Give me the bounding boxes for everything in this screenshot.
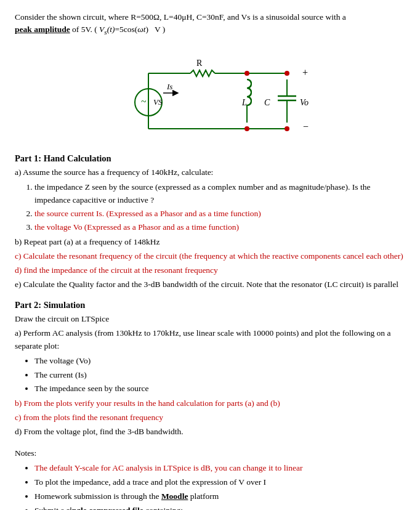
- intro-text-main: Consider the shown circuit, where R=500Ω…: [15, 12, 346, 22]
- intro-paragraph: Consider the shown circuit, where R=500Ω…: [15, 11, 405, 38]
- part1-header: Part 1: Hand Calculation: [15, 153, 405, 164]
- part2-d-text: d) From the voltage plot, find the 3-dB …: [15, 426, 405, 439]
- part1-item-1: the impedance Z seen by the source (expr…: [34, 180, 405, 207]
- plot-item-current: The current (Is): [34, 368, 405, 382]
- source-symbol: ~: [141, 96, 147, 107]
- notes-section: Notes: The default Y-scale for AC analys…: [15, 447, 405, 510]
- part1-item-3: the voltage Vo (Expressed as a Phasor an…: [34, 221, 405, 234]
- part2-header: Part 2: Simulation: [15, 300, 405, 310]
- vo-label: Vo: [300, 98, 309, 107]
- part2-c-text: c) from the plots find the resonant freq…: [15, 411, 405, 424]
- peak-amplitude-label: peak amplitude: [15, 25, 70, 34]
- part1-d-text: d) find the impedance of the circuit at …: [15, 264, 405, 277]
- plot-item-voltage: The voltage (Vo): [34, 354, 405, 368]
- part2-b-text: b) From the plots verify your results in…: [15, 397, 405, 410]
- note-item-3: Homework submission is through the Moodl…: [34, 490, 405, 504]
- circuit-svg: R ~ VS Is L: [105, 44, 315, 142]
- minus-label: −: [303, 121, 309, 132]
- part2-draw-text: Draw the circuit on LTSpice: [15, 313, 405, 326]
- circuit-diagram: R ~ VS Is L: [15, 44, 405, 142]
- part2-block: Part 2: Simulation Draw the circuit on L…: [15, 300, 405, 439]
- part1-item-2: the source current Is. (Expressed as a P…: [34, 207, 405, 221]
- node-bottom-right: [285, 126, 289, 131]
- part1-e-text: e) Calculate the Quality factor and the …: [15, 278, 405, 291]
- intro-text2: of 5V. ( Vs(t)=5cos(ωt) V ): [72, 25, 165, 34]
- part1-block: Part 1: Hand Calculation a) Assume the s…: [15, 153, 405, 291]
- note-item-2: To plot the impedance, add a trace and p…: [34, 476, 405, 490]
- notes-header: Notes:: [15, 447, 405, 460]
- l-label: L: [241, 98, 247, 107]
- r-label: R: [196, 59, 203, 68]
- resistor-symbol: [190, 70, 215, 76]
- inductor-coil: [247, 79, 251, 123]
- plot-item-impedance: The impedance seen by the source: [34, 382, 405, 396]
- part2-a-text: a) Perform AC analysis (from 130kHz to 1…: [15, 327, 405, 353]
- part1-b-text: b) Repeat part (a) at a frequency of 148…: [15, 236, 405, 249]
- is-label: Is: [166, 82, 172, 91]
- node-bottom-left: [244, 126, 249, 131]
- note-item-1: The default Y-scale for AC analysis in L…: [34, 461, 405, 476]
- node-top-left: [244, 71, 249, 76]
- vs-label: VS: [153, 97, 163, 107]
- notes-list: The default Y-scale for AC analysis in L…: [34, 461, 405, 510]
- c-label: C: [264, 98, 270, 107]
- part1-list: the impedance Z seen by the source (expr…: [34, 180, 405, 233]
- note-item-4: Submit a single compressed file containi…: [34, 504, 405, 510]
- plus-label: +: [302, 67, 308, 78]
- part2-plot-list: The voltage (Vo) The current (Is) The im…: [34, 354, 405, 397]
- part1-c-text: c) Calculate the resonant frequency of t…: [15, 250, 405, 263]
- part1-a-text: a) Assume the source has a frequency of …: [15, 166, 405, 179]
- node-top-right: [285, 71, 289, 76]
